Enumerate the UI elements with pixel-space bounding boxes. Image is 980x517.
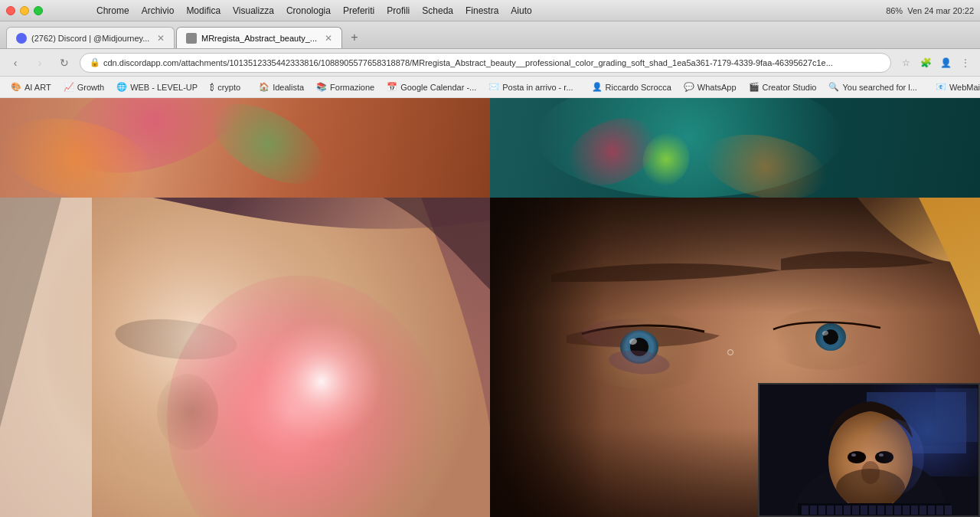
bookmark-ai-art[interactable]: 🎨 AI ART	[6, 80, 56, 93]
bookmark-creator-label: Creator Studio	[763, 83, 817, 92]
webcam-overlay	[758, 383, 980, 517]
tab-image-close[interactable]: ✕	[325, 33, 332, 44]
maximize-button[interactable]	[34, 6, 43, 15]
formazione-icon: 📚	[316, 82, 327, 92]
lock-icon: 🔒	[90, 57, 100, 67]
calendar-icon: 📅	[387, 82, 397, 92]
creator-icon: 🎬	[749, 82, 760, 92]
bookmark-creator[interactable]: 🎬 Creator Studio	[744, 80, 822, 93]
traffic-lights[interactable]	[6, 6, 43, 15]
tab-discord-label: (2762) Discord | @Midjourney...	[31, 34, 149, 43]
system-tray: 86% Ven 24 mar 20:22	[886, 6, 974, 15]
minimize-button[interactable]	[20, 6, 29, 15]
bookmark-idealista[interactable]: 🏠 Idealista	[254, 80, 309, 93]
bookmark-crypto-label: crypto	[217, 83, 240, 92]
bookmark-formazione-label: Formazione	[330, 83, 374, 92]
bookmark-webmail-label: WebMail PEC - De...	[949, 83, 980, 92]
webmail-icon: 📧	[936, 82, 946, 92]
menu-aiuto[interactable]: Aiuto	[511, 5, 531, 16]
bookmark-star-icon[interactable]: ☆	[897, 54, 914, 71]
growth-icon: 📈	[64, 82, 74, 92]
back-button[interactable]: ‹	[6, 54, 24, 72]
web-icon: 🌐	[116, 82, 127, 92]
tab-image-label: MRregista_Abstract_beauty_...	[201, 34, 317, 43]
menu-dots-icon[interactable]: ⋮	[957, 54, 974, 71]
bookmark-ai-art-label: AI ART	[24, 83, 51, 92]
menu-cronologia[interactable]: Cronologia	[286, 5, 331, 16]
menu-archivio[interactable]: Archivio	[142, 5, 175, 16]
bookmark-whatsapp-label: WhatsApp	[697, 83, 737, 92]
bookmark-web[interactable]: 🌐 WEB - LEVEL-UP	[112, 80, 202, 93]
menu-modifica[interactable]: Modifica	[186, 5, 220, 16]
close-button[interactable]	[6, 6, 15, 15]
menu-finestra[interactable]: Finestra	[466, 5, 498, 16]
new-tab-button[interactable]: +	[344, 28, 365, 47]
datetime-display: Ven 24 mar 20:22	[907, 6, 974, 15]
url-text: cdn.discordapp.com/attachments/101351233…	[103, 58, 833, 67]
bookmark-idealista-label: Idealista	[273, 83, 304, 92]
menu-visualizza[interactable]: Visualizza	[233, 5, 274, 16]
profile-icon[interactable]: 👤	[937, 54, 954, 71]
tab-discord[interactable]: (2762) Discord | @Midjourney... ✕	[6, 27, 175, 48]
bookmark-web-label: WEB - LEVEL-UP	[130, 83, 198, 92]
menu-bar: Chrome Archivio Modifica Visualizza Cron…	[96, 5, 532, 16]
address-input[interactable]: 🔒 cdn.discordapp.com/attachments/1013512…	[80, 53, 891, 73]
menu-scheda[interactable]: Scheda	[422, 5, 453, 16]
extensions-icon[interactable]: 🧩	[917, 54, 934, 71]
menu-preferiti[interactable]: Preferiti	[343, 5, 374, 16]
bookmarks-bar: 🎨 AI ART 📈 Growth 🌐 WEB - LEVEL-UP ₿ cry…	[0, 77, 980, 98]
idealista-icon: 🏠	[259, 82, 270, 92]
tab-image[interactable]: MRregista_Abstract_beauty_... ✕	[176, 27, 342, 48]
left-portrait	[0, 198, 490, 517]
ai-art-icon: 🎨	[11, 82, 21, 92]
bookmark-riccardo[interactable]: 👤 Riccardo Scrocca	[587, 80, 676, 93]
right-portrait	[490, 198, 980, 517]
bookmark-calendar[interactable]: 📅 Google Calendar -...	[382, 80, 481, 93]
whatsapp-icon: 💬	[684, 82, 694, 92]
tab-discord-close[interactable]: ✕	[157, 33, 165, 44]
forward-button[interactable]: ›	[31, 54, 49, 72]
bookmark-riccardo-label: Riccardo Scrocca	[606, 83, 671, 92]
title-bar: Chrome Archivio Modifica Visualizza Cron…	[0, 0, 980, 21]
riccardo-icon: 👤	[592, 82, 603, 92]
bookmark-growth[interactable]: 📈 Growth	[59, 80, 109, 93]
posta-icon: ✉️	[488, 82, 499, 92]
bottom-images	[0, 198, 980, 517]
menu-chrome[interactable]: Chrome	[96, 5, 129, 16]
bookmark-posta-label: Posta in arrivo - r...	[502, 83, 573, 92]
search-history-icon: 🔍	[828, 82, 839, 92]
crypto-icon: ₿	[210, 83, 214, 92]
bookmark-searched-label: You searched for l...	[842, 83, 916, 92]
bookmark-posta[interactable]: ✉️ Posta in arrivo - r...	[484, 80, 577, 93]
bookmark-whatsapp[interactable]: 💬 WhatsApp	[679, 80, 741, 93]
bookmark-growth-label: Growth	[77, 83, 104, 92]
bookmark-crypto[interactable]: ₿ crypto	[205, 81, 245, 93]
top-abstract-image	[0, 98, 980, 198]
battery-indicator: 86%	[886, 6, 903, 15]
bookmark-formazione[interactable]: 📚 Formazione	[312, 80, 379, 93]
bookmark-webmail[interactable]: 📧 WebMail PEC - De...	[931, 80, 980, 93]
bookmark-calendar-label: Google Calendar -...	[400, 83, 476, 92]
address-bar: ‹ › ↻ 🔒 cdn.discordapp.com/attachments/1…	[0, 49, 980, 77]
address-icons: ☆ 🧩 👤 ⋮	[897, 54, 974, 71]
menu-profili[interactable]: Profili	[387, 5, 410, 16]
bookmark-searched[interactable]: 🔍 You searched for l...	[824, 80, 921, 93]
tab-bar: (2762) Discord | @Midjourney... ✕ MRregi…	[0, 21, 980, 49]
reload-button[interactable]: ↻	[55, 54, 74, 72]
content-area	[0, 98, 980, 517]
